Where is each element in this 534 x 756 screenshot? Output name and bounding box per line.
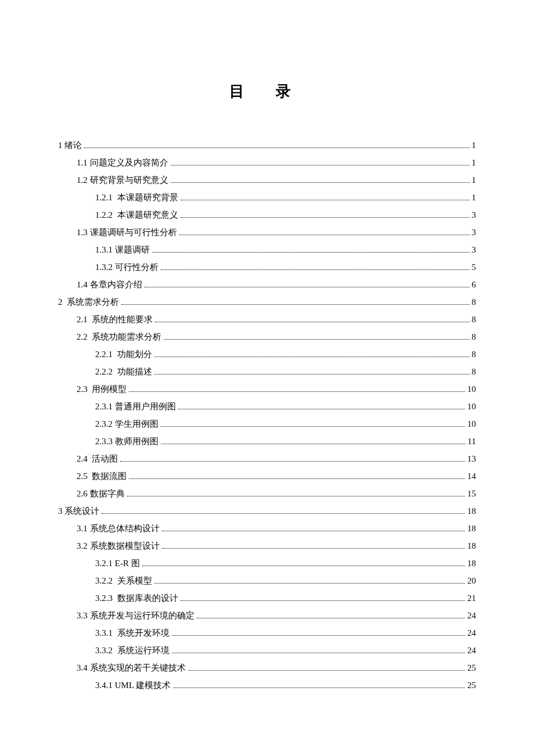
toc-entry-page: 25: [467, 676, 476, 694]
toc-entry-label: 1.2.2 本课题研究意义: [95, 206, 178, 224]
toc-entry-label: 3.2.2 关系模型: [95, 572, 152, 589]
toc-entry: 3.2.2 关系模型20: [58, 572, 476, 589]
toc-entry-page: 8: [472, 363, 477, 380]
toc-entry-label: 2.2.2 功能描述: [95, 363, 152, 380]
toc-entry: 2.1 系统的性能要求8: [58, 311, 476, 328]
toc-entry-page: 8: [472, 328, 477, 345]
toc-entry: 2.3.1 普通用户用例图10: [58, 398, 476, 415]
toc-entry-page: 3: [472, 241, 477, 258]
toc-entry: 3.2 系统数据模型设计18: [58, 537, 476, 555]
toc-entry: 2.3 用例模型10: [58, 380, 476, 398]
toc-entry-label: 2.2.1 功能划分: [95, 345, 152, 363]
toc-leader-dots: [161, 444, 466, 444]
toc-entry-page: 13: [467, 450, 476, 467]
toc-entry-label: 1 绪论: [58, 136, 82, 154]
toc-entry: 1.3.2 可行性分析5: [58, 258, 476, 276]
toc-entry-page: 10: [467, 415, 476, 433]
toc-entry-page: 3: [472, 206, 477, 224]
toc-leader-dots: [154, 374, 470, 375]
toc-entry: 2.5 数据流图14: [58, 467, 476, 485]
toc-entry: 3.3.1 系统开发环境24: [58, 624, 476, 642]
toc-entry-page: 24: [467, 607, 476, 624]
toc-leader-dots: [181, 217, 470, 218]
toc-entry-label: 3.4 系统实现的若干关键技术: [77, 659, 186, 676]
toc-entry: 1.2.2 本课题研究意义3: [58, 206, 476, 224]
toc-entry-page: 18: [467, 555, 476, 572]
toc-entry-label: 1.1 问题定义及内容简介: [77, 154, 168, 171]
toc-entry-page: 14: [467, 467, 476, 485]
toc-entry-page: 3: [472, 224, 477, 241]
toc-entry-page: 8: [472, 311, 477, 328]
toc-entry: 3.2.3 数据库表的设计21: [58, 589, 476, 607]
toc-entry-label: 3 系统设计: [58, 502, 99, 520]
toc-leader-dots: [127, 496, 466, 496]
toc-entry-label: 1.3 课题调研与可行性分析: [77, 224, 177, 241]
toc-entry: 2.2.1 功能划分8: [58, 345, 476, 363]
toc-entry: 1.2.1 本课题研究背景1: [58, 189, 476, 206]
toc-entry: 2 系统需求分析8: [58, 293, 476, 311]
toc-leader-dots: [84, 147, 469, 148]
toc-leader-dots: [102, 513, 465, 514]
toc-entry-page: 5: [472, 258, 477, 276]
toc-leader-dots: [129, 478, 465, 479]
toc-list: 1 绪论11.1 问题定义及内容简介11.2 研究背景与研究意义11.2.1 本…: [58, 136, 476, 694]
toc-entry: 1.3.1 课题调研3: [58, 241, 476, 258]
toc-leader-dots: [164, 339, 469, 340]
toc-entry-page: 18: [467, 502, 476, 520]
toc-entry-label: 2 系统需求分析: [58, 293, 119, 311]
toc-entry-page: 24: [467, 642, 476, 659]
toc-entry-label: 3.4.1 UML 建模技术: [95, 676, 171, 694]
toc-entry-page: 24: [467, 624, 476, 642]
toc-entry-page: 18: [467, 537, 476, 555]
toc-leader-dots: [142, 566, 465, 566]
toc-leader-dots: [178, 409, 465, 409]
toc-entry: 2.2.2 功能描述8: [58, 363, 476, 380]
toc-entry: 1.1 问题定义及内容简介1: [58, 154, 476, 171]
toc-leader-dots: [129, 391, 465, 392]
document-page: 目 录 1 绪论11.1 问题定义及内容简介11.2 研究背景与研究意义11.2…: [0, 0, 534, 740]
toc-entry-label: 2.2 系统功能需求分析: [77, 328, 161, 345]
toc-entry-page: 8: [472, 345, 477, 363]
toc-entry-page: 10: [467, 398, 476, 415]
toc-entry-page: 1: [472, 154, 477, 171]
toc-entry: 3.2.1 E-R 图18: [58, 555, 476, 572]
toc-entry: 3.3.2 系统运行环境24: [58, 642, 476, 659]
toc-entry-page: 1: [472, 171, 477, 189]
toc-entry: 1.3 课题调研与可行性分析3: [58, 224, 476, 241]
toc-entry-page: 1: [472, 189, 477, 206]
toc-entry: 1 绪论1: [58, 136, 476, 154]
toc-entry: 2.6 数据字典15: [58, 485, 476, 502]
toc-entry-page: 18: [467, 520, 476, 537]
toc-leader-dots: [172, 635, 466, 636]
toc-entry: 1.4 各章内容介绍6: [58, 276, 476, 293]
toc-entry-label: 3.2.1 E-R 图: [95, 555, 140, 572]
toc-entry-page: 6: [472, 276, 477, 293]
toc-entry-page: 1: [472, 136, 477, 154]
toc-leader-dots: [172, 653, 466, 653]
toc-title: 目 录: [58, 81, 476, 102]
toc-entry-page: 11: [468, 433, 476, 450]
toc-entry-page: 15: [467, 485, 476, 502]
toc-entry-label: 1.2 研究背景与研究意义: [77, 171, 168, 189]
toc-entry: 2.3.2 学生用例图10: [58, 415, 476, 433]
toc-entry-label: 3.2 系统数据模型设计: [77, 537, 160, 555]
toc-entry-label: 2.3 用例模型: [77, 380, 127, 398]
toc-entry: 3.1 系统总体结构设计18: [58, 520, 476, 537]
toc-entry: 3.3 系统开发与运行环境的确定24: [58, 607, 476, 624]
toc-leader-dots: [155, 322, 469, 322]
toc-entry-label: 3.2.3 数据库表的设计: [95, 589, 178, 607]
toc-leader-dots: [179, 235, 470, 235]
toc-entry-page: 8: [472, 293, 477, 311]
toc-leader-dots: [181, 600, 466, 601]
toc-leader-dots: [161, 269, 470, 270]
toc-leader-dots: [162, 531, 466, 531]
toc-entry: 2.2 系统功能需求分析8: [58, 328, 476, 345]
toc-leader-dots: [171, 165, 470, 165]
toc-entry: 3 系统设计18: [58, 502, 476, 520]
toc-leader-dots: [181, 200, 470, 200]
toc-entry-label: 2.1 系统的性能要求: [77, 311, 153, 328]
toc-leader-dots: [120, 461, 465, 462]
toc-entry-label: 1.3.2 可行性分析: [95, 258, 158, 276]
toc-leader-dots: [154, 583, 466, 584]
toc-entry-label: 3.3.2 系统运行环境: [95, 642, 169, 659]
